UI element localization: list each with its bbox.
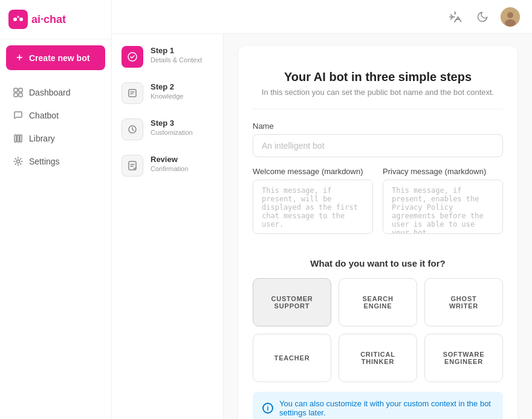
use-case-search-engine[interactable]: SEARCHENGINE — [339, 278, 417, 326]
svg-point-13 — [507, 12, 513, 18]
privacy-message-input[interactable] — [383, 180, 503, 234]
dashboard-label: Dashboard — [29, 88, 71, 97]
main-area: Step 1 Details & Context Step 2 Knowledg… — [112, 0, 532, 419]
svg-rect-6 — [14, 93, 18, 97]
svg-point-14 — [505, 19, 516, 27]
sidebar: ai·chat ＋ Create new bot Dashboard Chatb… — [0, 0, 112, 419]
info-banner: i You can also customize it with your cu… — [253, 392, 503, 419]
info-icon: i — [262, 403, 273, 414]
sidebar-nav: Dashboard Chatbot Library Settings — [0, 76, 111, 178]
sidebar-item-dashboard[interactable]: Dashboard — [4, 82, 108, 103]
step-1-sublabel: Details & Context — [151, 56, 202, 63]
library-icon — [13, 134, 23, 143]
step-3-icon — [122, 119, 143, 140]
sidebar-item-library[interactable]: Library — [4, 128, 108, 149]
library-label: Library — [29, 134, 55, 143]
step-1-icon — [122, 46, 143, 68]
logo: ai·chat — [0, 0, 111, 39]
step-1-item: Step 1 Details & Context — [122, 46, 213, 68]
review-sublabel: Confirmation — [151, 165, 188, 172]
svg-rect-10 — [20, 135, 22, 142]
svg-point-11 — [17, 160, 20, 163]
step-3-sublabel: Customization — [151, 129, 193, 136]
step-2-sublabel: Knowledge — [151, 93, 183, 100]
privacy-message-group: Privacy message (markdown) — [383, 167, 503, 236]
welcome-label: Welcome message (markdown) — [253, 167, 373, 176]
settings-icon — [13, 157, 23, 166]
use-case-teacher[interactable]: TEACHER — [253, 334, 331, 382]
step-3-item: Step 3 Customization — [122, 119, 213, 140]
use-case-software-engineer[interactable]: SOFTWAREENGINEER — [424, 334, 503, 382]
step-2-icon — [122, 82, 143, 104]
svg-point-1 — [13, 18, 17, 21]
sidebar-item-chatbot[interactable]: Chatbot — [4, 105, 108, 126]
step-2-item: Step 2 Knowledge — [122, 82, 213, 104]
info-text: You can also customize it with your cust… — [279, 399, 493, 417]
use-case-section: What do you want to use it for? CUSTOMER… — [253, 258, 503, 382]
step-1-label: Step 1 — [151, 46, 202, 55]
settings-label: Settings — [29, 157, 60, 166]
use-case-title: What do you want to use it for? — [253, 258, 503, 268]
use-case-grid: CUSTOMERSUPPORT SEARCHENGINE GHOSTWRITER… — [253, 278, 503, 382]
create-new-bot-button[interactable]: ＋ Create new bot — [6, 45, 105, 70]
review-label: Review — [151, 155, 188, 164]
welcome-message-input[interactable] — [253, 180, 373, 234]
welcome-message-group: Welcome message (markdown) — [253, 167, 373, 236]
form-panel: Your AI bot in three simple steps In thi… — [224, 34, 532, 419]
svg-rect-9 — [18, 135, 19, 142]
plus-icon: ＋ — [15, 51, 24, 64]
steps-panel: Step 1 Details & Context Step 2 Knowledg… — [112, 34, 224, 419]
svg-rect-7 — [19, 93, 22, 97]
svg-point-2 — [19, 18, 23, 21]
theme-icon[interactable] — [473, 7, 492, 27]
translate-icon[interactable] — [445, 7, 464, 27]
privacy-label: Privacy message (markdown) — [383, 167, 503, 176]
name-input[interactable] — [253, 134, 503, 157]
dashboard-icon — [13, 88, 23, 97]
step-review-icon — [122, 155, 143, 177]
svg-point-3 — [17, 16, 19, 18]
form-title-section: Your AI bot in three simple steps In thi… — [253, 60, 503, 109]
use-case-customer-support[interactable]: CUSTOMERSUPPORT — [253, 278, 331, 326]
header — [112, 0, 532, 34]
svg-rect-4 — [14, 88, 18, 92]
logo-text: ai·chat — [31, 13, 66, 26]
use-case-critical-thinker[interactable]: CRITICALTHINKER — [339, 334, 417, 382]
avatar[interactable] — [501, 7, 520, 27]
chatbot-label: Chatbot — [29, 111, 59, 120]
svg-rect-0 — [8, 10, 28, 29]
svg-rect-8 — [15, 135, 16, 142]
step-3-label: Step 3 — [151, 119, 193, 128]
name-label: Name — [253, 122, 503, 131]
sidebar-item-settings[interactable]: Settings — [4, 151, 108, 172]
use-case-ghost-writer[interactable]: GHOSTWRITER — [424, 278, 503, 326]
step-2-label: Step 2 — [151, 82, 183, 91]
svg-rect-5 — [19, 88, 22, 92]
name-field-group: Name — [253, 122, 503, 157]
logo-icon — [8, 10, 28, 29]
chatbot-icon — [13, 111, 23, 120]
form-title: Your AI bot in three simple steps — [253, 70, 503, 84]
form-subtitle: In this section you can set the public b… — [253, 88, 503, 97]
create-btn-label: Create new bot — [29, 53, 89, 63]
content-area: Step 1 Details & Context Step 2 Knowledg… — [112, 34, 532, 419]
form-card: Your AI bot in three simple steps In thi… — [238, 46, 517, 419]
svg-rect-16 — [129, 89, 136, 97]
message-fields: Welcome message (markdown) Privacy messa… — [253, 167, 503, 246]
step-review-item: Review Confirmation — [122, 155, 213, 177]
